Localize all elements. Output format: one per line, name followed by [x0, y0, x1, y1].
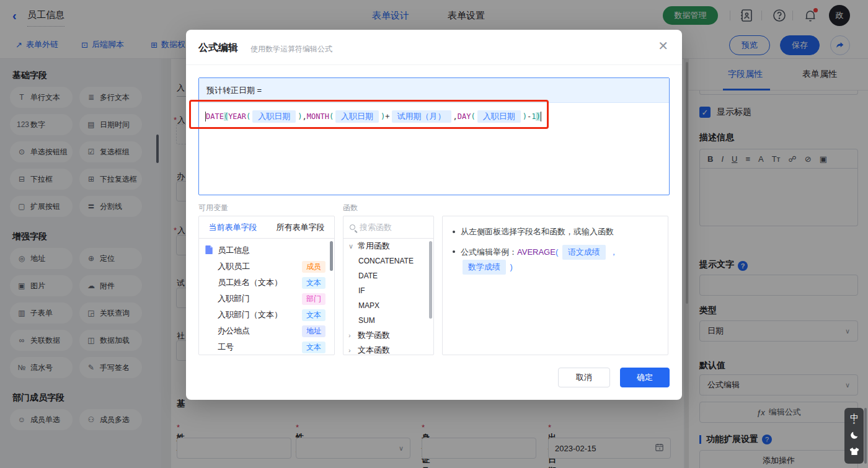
formula-token: )	[536, 112, 540, 121]
chevron-right-icon: ›	[348, 347, 355, 354]
variable-name: 办公地点	[218, 325, 250, 337]
search-placeholder: 搜索函数	[360, 222, 392, 233]
theme-tshirt-icon[interactable]	[849, 447, 859, 458]
variable-type-badge: 部门	[302, 293, 326, 305]
example-token: (	[556, 245, 560, 259]
example-token: 公式编辑举例：	[461, 245, 517, 259]
formula-target: 预计转正日期 =	[199, 78, 669, 103]
variable-row[interactable]: 员工姓名（文本）文本	[199, 275, 334, 291]
field-chip: 入职日期	[477, 110, 521, 123]
formula-token: ,	[303, 112, 307, 121]
variable-type-badge: 文本	[302, 309, 326, 321]
formula-token: ,	[453, 112, 458, 121]
variable-row[interactable]: 入职员工成员	[199, 258, 334, 275]
form-doc-icon	[205, 245, 213, 256]
variables-panel: 当前表单字段 所有表单字段 员工信息 入职员工成员员工姓名（文本）文本入职部门部…	[198, 216, 335, 355]
variable-row[interactable]: 工号文本	[199, 339, 334, 355]
field-chip: 入职日期	[335, 110, 379, 123]
help-tip: 从左侧面板选择字段名和函数，或输入函数	[453, 225, 658, 239]
variable-type-badge: 成员	[302, 261, 326, 273]
formula-token: DATE	[206, 112, 224, 121]
function-group-label: 文本函数	[358, 345, 390, 355]
formula-token: (	[224, 112, 228, 121]
variable-name: 入职部门（文本）	[218, 309, 282, 320]
search-icon	[350, 224, 355, 230]
confirm-button[interactable]: 确定	[620, 368, 670, 387]
example-token: ，	[608, 245, 620, 259]
function-group[interactable]: ›文本函数	[343, 343, 433, 355]
help-example: 公式编辑举例：AVERAGE( 语文成绩 ， 数学成绩 )	[453, 245, 658, 275]
variable-type-badge: 文本	[302, 342, 326, 353]
formula-token: (	[471, 112, 476, 121]
formula-token: (	[329, 112, 334, 121]
tab-current-form-fields[interactable]: 当前表单字段	[199, 216, 267, 238]
formula-token: )	[298, 112, 302, 121]
functions-scrollbar-thumb[interactable]	[429, 241, 432, 319]
field-chip: 试用期（月）	[392, 110, 451, 123]
example-token: AVERAGE	[517, 245, 556, 259]
function-search[interactable]: 搜索函数	[343, 216, 433, 239]
formula-token: +	[385, 112, 389, 121]
variable-row[interactable]: 办公地点地址	[199, 323, 334, 339]
function-tree: ∨常用函数CONCATENATEDATEIFMAPXSUM›数学函数›文本函数	[343, 239, 433, 355]
formula-token	[541, 112, 541, 121]
modal-title: 公式编辑	[198, 42, 238, 55]
variables-tabs: 当前表单字段 所有表单字段	[199, 216, 334, 239]
chevron-right-icon: ›	[348, 332, 355, 339]
modal-footer: 取消 确定	[558, 368, 670, 387]
formula-token: -	[527, 112, 531, 121]
page-scrollbar-thumb[interactable]	[864, 408, 867, 464]
form-node[interactable]: 员工信息	[199, 239, 334, 258]
formula-expression[interactable]: DATE(YEAR(入职日期),MONTH(入职日期)+试用期（月）,DAY(入…	[199, 103, 669, 130]
cancel-button[interactable]: 取消	[558, 368, 610, 387]
functions-panel: 搜索函数 ∨常用函数CONCATENATEDATEIFMAPXSUM›数学函数›…	[343, 216, 434, 355]
function-item[interactable]: DATE	[343, 268, 433, 283]
variable-type-badge: 地址	[302, 325, 326, 337]
app: ‹ 员工信息 表单设计 表单设置 数据管理 政 ↗表单外链 ⊡后端脚本 ⊞数据权…	[0, 0, 868, 468]
function-item[interactable]: CONCATENATE	[343, 254, 433, 268]
variable-name: 入职员工	[218, 261, 250, 272]
variable-name: 入职部门	[218, 293, 250, 304]
field-chip: 语文成绩	[562, 245, 606, 260]
dark-mode-moon-icon[interactable]	[849, 430, 859, 443]
variable-list: 入职员工成员员工姓名（文本）文本入职部门部门入职部门（文本）文本办公地点地址工号…	[199, 258, 334, 355]
formula-token: YEAR	[228, 112, 246, 121]
variable-row[interactable]: 入职部门部门	[199, 291, 334, 307]
chevron-down-icon: ∨	[348, 242, 355, 250]
formula-token: (	[246, 112, 250, 121]
variable-type-badge: 文本	[302, 277, 326, 289]
tab-all-form-fields[interactable]: 所有表单字段	[267, 216, 334, 238]
language-toggle-icon[interactable]: 中ᵉ	[850, 413, 858, 426]
assistant-widget: 中ᵉ	[844, 408, 864, 464]
function-item[interactable]: MAPX	[343, 298, 433, 313]
variable-name: 工号	[218, 342, 234, 353]
close-icon[interactable]: ✕	[658, 40, 668, 52]
modal-header: 公式编辑 使用数学运算符编辑公式 ✕	[186, 30, 682, 65]
formula-token: )	[523, 112, 527, 121]
field-chip: 数学成绩	[463, 260, 506, 275]
function-group-label: 常用函数	[358, 241, 390, 252]
variables-scrollbar-thumb[interactable]	[330, 241, 333, 271]
example-token: )	[508, 260, 513, 274]
formula-token: )	[381, 112, 385, 121]
formula-editor-modal: 公式编辑 使用数学运算符编辑公式 ✕ 预计转正日期 = DATE(YEAR(入职…	[186, 30, 682, 400]
function-group[interactable]: ›数学函数	[343, 328, 433, 343]
bullet-dot	[453, 231, 455, 233]
function-group[interactable]: ∨常用函数	[343, 239, 433, 254]
formula-token: DAY	[458, 112, 471, 121]
variable-name: 员工姓名（文本）	[218, 277, 282, 288]
function-item[interactable]: SUM	[343, 313, 433, 328]
field-chip: 入职日期	[252, 110, 296, 123]
formula-token: MONTH	[307, 112, 329, 121]
variables-label: 可用变量	[198, 203, 228, 213]
formula-help-panel: 从左侧面板选择字段名和函数，或输入函数 公式编辑举例：AVERAGE( 语文成绩…	[442, 216, 668, 355]
help-example-tokens: 公式编辑举例：AVERAGE( 语文成绩 ， 数学成绩 )	[461, 245, 658, 275]
formula-editor-box: 预计转正日期 = DATE(YEAR(入职日期),MONTH(入职日期)+试用期…	[198, 77, 670, 195]
modal-subtitle: 使用数学运算符编辑公式	[250, 44, 332, 55]
function-item[interactable]: IF	[343, 283, 433, 298]
function-group-label: 数学函数	[358, 330, 390, 341]
functions-label: 函数	[343, 203, 358, 213]
bullet-dot	[453, 250, 455, 253]
variable-row[interactable]: 入职部门（文本）文本	[199, 307, 334, 323]
formula-token: 1	[531, 112, 536, 121]
